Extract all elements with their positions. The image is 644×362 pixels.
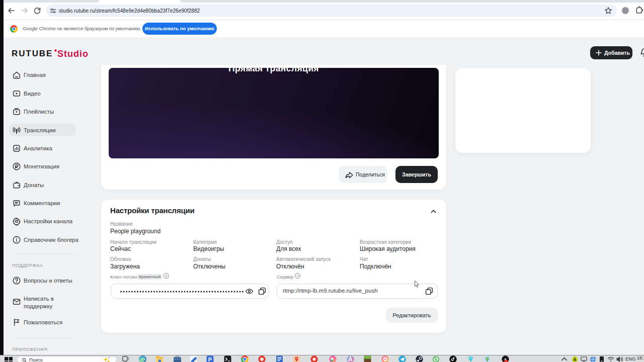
svg-text:P: P <box>208 356 212 362</box>
svg-text:Studio: Studio <box>57 49 89 59</box>
svg-text:RUTUBE: RUTUBE <box>12 49 53 58</box>
